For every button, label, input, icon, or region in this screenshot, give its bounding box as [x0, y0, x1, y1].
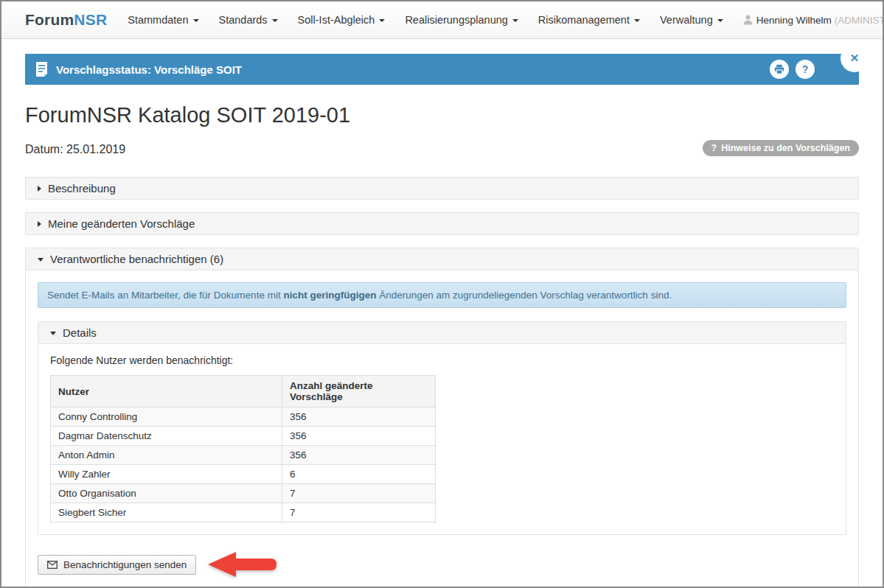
top-navbar: ForumNSR Stammdaten Standards Soll-Ist-A… [1, 1, 883, 39]
cell-count: 356 [282, 407, 436, 427]
nav-item-verwaltung[interactable]: Verwaltung [660, 14, 723, 26]
chevron-right-icon [38, 186, 41, 192]
chevron-down-icon [634, 19, 640, 22]
users-table: Nutzer Anzahl geänderte Vorschläge Conny… [50, 375, 436, 522]
info-text-bold: nicht geringfügigen [283, 290, 376, 301]
cell-user: Anton Admin [51, 446, 282, 465]
user-icon [743, 15, 753, 25]
print-button[interactable] [770, 60, 789, 79]
printer-icon [774, 64, 784, 74]
table-row: Siegbert Sicher 7 [51, 503, 436, 522]
dialog-title-bar: Vorschlagsstatus: Vorschläge SOIT ? ✕ [25, 54, 859, 85]
nav-item-realisierungsplanung[interactable]: Realisierungsplanung [405, 14, 518, 26]
table-header-row: Nutzer Anzahl geänderte Vorschläge [51, 376, 436, 407]
accordion-header-meine-vorschlaege[interactable]: Meine geänderten Vorschläge [25, 212, 859, 235]
question-mark-icon: ? [802, 63, 809, 75]
accordion-label: Details [63, 326, 97, 339]
app-logo[interactable]: ForumNSR [25, 11, 107, 29]
cell-count: 7 [282, 503, 436, 522]
question-mark-icon: ? [711, 143, 717, 153]
page: { "navbar": { "brand_part1": "Forum", "b… [0, 0, 884, 588]
table-row: Dagmar Datenschutz 356 [51, 427, 436, 446]
cell-user: Willy Zahler [51, 465, 282, 484]
chevron-down-icon [379, 19, 385, 22]
user-name: Henning Wilhelm [756, 15, 832, 26]
hints-badge-label: Hinweise zu den Vorschlägen [721, 143, 850, 153]
table-row: Anton Admin 356 [51, 446, 436, 465]
notify-intro-text: Folgende Nutzer werden benachrichtigt: [50, 354, 834, 366]
accordion-label: Beschreibung [48, 182, 116, 195]
annotation-arrow [208, 551, 278, 578]
accordion-header-verantwortliche[interactable]: Verantwortliche benachrichtigen (6) [25, 248, 859, 270]
nav-item-label: Realisierungsplanung [405, 14, 507, 26]
cell-user: Otto Organisation [51, 484, 282, 503]
nav-item-standards[interactable]: Standards [219, 14, 278, 26]
nav-item-label: Soll-Ist-Abgleich [298, 14, 375, 26]
table-row: Conny Controlling 356 [51, 407, 436, 427]
chevron-right-icon [38, 221, 41, 227]
column-header-nutzer: Nutzer [51, 376, 282, 407]
date-label: Datum: 25.01.2019 [25, 143, 125, 156]
nav-item-label: Standards [219, 14, 268, 26]
dialog-toolbar: ? [770, 60, 815, 79]
chevron-down-icon [717, 19, 723, 22]
accordion-label: Meine geänderten Vorschläge [48, 217, 195, 230]
date-row: Datum: 25.01.2019 ?Hinweise zu den Vorsc… [25, 140, 859, 156]
user-role: (ADMINISTRATOR) [835, 15, 884, 26]
nav-item-label: Verwaltung [660, 14, 713, 26]
chevron-down-icon [193, 19, 199, 22]
envelope-icon [47, 561, 58, 569]
chevron-down-icon [512, 19, 518, 22]
accordion-body-details: Folgende Nutzer werden benachrichtigt: N… [38, 344, 846, 535]
column-header-anzahl: Anzahl geänderte Vorschläge [282, 376, 436, 407]
nav-item-stammdaten[interactable]: Stammdaten [128, 14, 198, 26]
accordion-body-verantwortliche: Sendet E-Mails an Mitarbeiter, die für D… [25, 270, 859, 588]
cell-count: 356 [282, 427, 436, 446]
cell-user: Conny Controlling [51, 407, 282, 427]
info-message: Sendet E-Mails an Mitarbeiter, die für D… [38, 282, 846, 308]
info-text-pre: Sendet E-Mails an Mitarbeiter, die für D… [47, 290, 283, 301]
chevron-down-icon [38, 258, 43, 262]
accordion-beschreibung: Beschreibung [25, 177, 859, 200]
brand-part1: Forum [25, 11, 74, 28]
page-title: ForumNSR Katalog SOIT 2019-01 [25, 103, 859, 127]
brand-part2: NSR [74, 11, 107, 28]
cell-count: 7 [282, 484, 436, 503]
nav-item-label: Risikomanagement [538, 14, 630, 26]
accordion-header-details[interactable]: Details [38, 321, 846, 344]
table-row: Willy Zahler 6 [51, 465, 436, 484]
nav-item-soll-ist-abgleich[interactable]: Soll-Ist-Abgleich [298, 14, 386, 26]
send-notifications-label: Benachrichtigungen senden [63, 559, 187, 570]
send-notifications-button[interactable]: Benachrichtigungen senden [38, 555, 196, 575]
accordion-details: Details Folgende Nutzer werden benachric… [38, 321, 846, 535]
cell-count: 356 [282, 446, 436, 465]
nav-item-risikomanagement[interactable]: Risikomanagement [538, 14, 640, 26]
cell-user: Siegbert Sicher [51, 503, 282, 522]
user-menu[interactable]: Henning Wilhelm (ADMINISTRATOR) [743, 15, 884, 26]
main-content: Vorschlagsstatus: Vorschläge SOIT ? ✕ Fo… [1, 39, 883, 588]
accordion-verantwortliche: Verantwortliche benachrichtigen (6) Send… [25, 248, 859, 588]
chevron-down-icon [50, 332, 56, 335]
cell-count: 6 [282, 465, 436, 484]
accordion-meine-vorschlaege: Meine geänderten Vorschläge [25, 212, 859, 235]
nav-item-label: Stammdaten [128, 14, 188, 26]
accordion-label: Verantwortliche benachrichtigen (6) [50, 253, 223, 265]
document-icon [35, 62, 48, 77]
dialog-close-button[interactable]: ✕ [841, 44, 869, 72]
help-button[interactable]: ? [796, 60, 815, 79]
hints-badge[interactable]: ?Hinweise zu den Vorschlägen [703, 140, 859, 156]
info-text-post: Änderungen am zugrundeliegenden Vorschla… [376, 290, 672, 301]
table-row: Otto Organisation 7 [51, 484, 436, 503]
close-icon: ✕ [850, 52, 860, 65]
accordion-header-beschreibung[interactable]: Beschreibung [25, 177, 859, 200]
cell-user: Dagmar Datenschutz [51, 427, 282, 446]
red-arrow-left-icon [208, 551, 278, 578]
dialog-title: Vorschlagsstatus: Vorschläge SOIT [56, 63, 242, 76]
send-row: Benachrichtigungen senden [38, 551, 846, 578]
chevron-down-icon [272, 19, 278, 22]
